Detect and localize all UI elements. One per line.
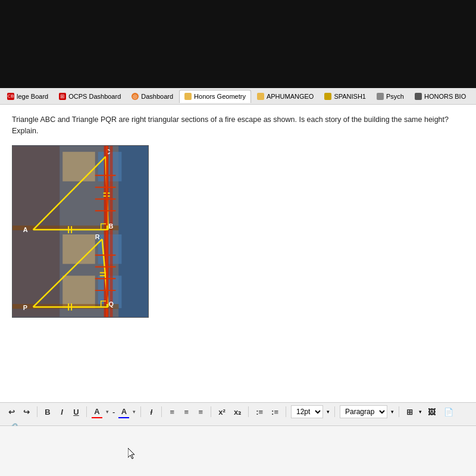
tab-label: SPANISH1: [334, 93, 366, 100]
highlight-button[interactable]: A: [118, 406, 129, 418]
question-text: Triangle ABC and Triangle PQR are right …: [12, 114, 464, 137]
underline-button[interactable]: U: [71, 406, 82, 418]
bottom-area: [0, 426, 476, 476]
collegeboard-icon: CB: [7, 93, 14, 100]
label-p: P: [23, 303, 27, 311]
fire-escape-svg: C A B R P Q: [12, 146, 148, 317]
italic-button[interactable]: I: [57, 406, 67, 418]
separator-5: [211, 406, 211, 417]
font-size-select[interactable]: 12pt 10pt 14pt 16pt: [291, 405, 323, 418]
image-button[interactable]: 🖼: [425, 406, 438, 418]
align-left-button[interactable]: ≡: [167, 406, 177, 418]
tab-spanish1[interactable]: SPANISH1: [320, 90, 371, 103]
aphumangeo-icon: [257, 93, 264, 100]
tab-label: APHUMANGEO: [267, 93, 314, 100]
font-size-chevron: ▾: [327, 409, 330, 415]
label-r: R: [95, 233, 100, 240]
tab-collegeboard[interactable]: CB lege Board: [2, 90, 53, 103]
number-list-button[interactable]: :≡: [269, 406, 281, 418]
separator-3: [140, 406, 141, 417]
cursor-icon: [128, 448, 136, 460]
svg-rect-11: [110, 146, 113, 317]
separator-4: [161, 406, 162, 417]
font-color-button[interactable]: A: [92, 406, 102, 418]
separator-7: [286, 406, 286, 417]
highlight-icon: ▾: [133, 409, 136, 415]
psych-icon: [377, 93, 384, 100]
tab-psych[interactable]: Psych: [372, 90, 409, 103]
paragraph-select[interactable]: Paragraph Heading 1 Heading 2: [340, 405, 387, 418]
separator-2: [86, 406, 87, 417]
table-button[interactable]: ⊞: [404, 406, 415, 418]
editor-toolbar: ↩ ↪ B I U A ▾ - A ▾ I ≡ ≡ ≡ x² x₂ :≡ :≡: [0, 402, 476, 426]
svg-rect-3: [118, 146, 148, 317]
tab-label: Honors Geometry: [194, 93, 246, 100]
font-color-icon: ▾: [106, 409, 109, 415]
dashboard-icon: ◎: [131, 93, 139, 100]
tab-hon[interactable]: HON: [472, 90, 476, 103]
main-wrapper: Triangle ABC and Triangle PQR are right …: [0, 105, 476, 476]
spanish1-icon: [324, 93, 331, 100]
label-b: B: [109, 223, 114, 230]
superscript-button[interactable]: x²: [216, 406, 228, 418]
separator-6: [248, 406, 249, 417]
paragraph-chevron: ▾: [391, 409, 394, 415]
tab-ocps[interactable]: ⊞ OCPS Dashboard: [54, 90, 126, 103]
tab-honors-geometry[interactable]: Honors Geometry: [179, 90, 251, 103]
bold-button[interactable]: B: [42, 406, 53, 418]
table-chevron: ▾: [419, 409, 422, 415]
svg-marker-41: [128, 448, 134, 459]
page-area: Triangle ABC and Triangle PQR are right …: [0, 105, 476, 402]
tab-honors-bio[interactable]: HONORS BIO: [410, 90, 471, 103]
honors-bio-icon: [415, 93, 422, 100]
tab-aphumangeo[interactable]: APHUMANGEO: [252, 90, 318, 103]
align-right-button[interactable]: ≡: [195, 406, 206, 418]
tab-label: Dashboard: [141, 93, 173, 100]
separator-8: [334, 406, 335, 417]
align-center-button[interactable]: ≡: [181, 406, 192, 418]
svg-rect-1: [12, 146, 60, 317]
separator-1: [37, 406, 37, 417]
browser-tabs-bar: CB lege Board ⊞ OCPS Dashboard ◎ Dashboa…: [0, 88, 476, 105]
undo-button[interactable]: ↩: [6, 406, 17, 418]
doc-button[interactable]: 📄: [441, 406, 456, 418]
tab-label: Psych: [386, 93, 404, 100]
svg-rect-8: [62, 275, 95, 308]
tab-label: lege Board: [17, 93, 48, 100]
label-a: A: [23, 226, 28, 233]
separator-dot: -: [112, 408, 115, 416]
svg-rect-6: [62, 234, 95, 264]
top-black-bar: [0, 0, 476, 88]
subscript-button[interactable]: x₂: [231, 406, 243, 418]
label-q: Q: [109, 300, 114, 307]
ocps-icon: ⊞: [59, 93, 66, 100]
tab-label: HONORS BIO: [424, 93, 466, 100]
separator-9: [399, 406, 399, 417]
redo-button[interactable]: ↪: [21, 406, 32, 418]
fire-escape-image: C A B R P Q: [12, 145, 149, 318]
svg-rect-4: [62, 152, 95, 181]
bullet-list-button[interactable]: :≡: [253, 406, 265, 418]
strikethrough-button[interactable]: I: [146, 406, 156, 418]
tab-label: OCPS Dashboard: [68, 93, 121, 100]
honors-geometry-icon: [184, 93, 192, 100]
tab-dashboard[interactable]: ◎ Dashboard: [127, 90, 178, 103]
